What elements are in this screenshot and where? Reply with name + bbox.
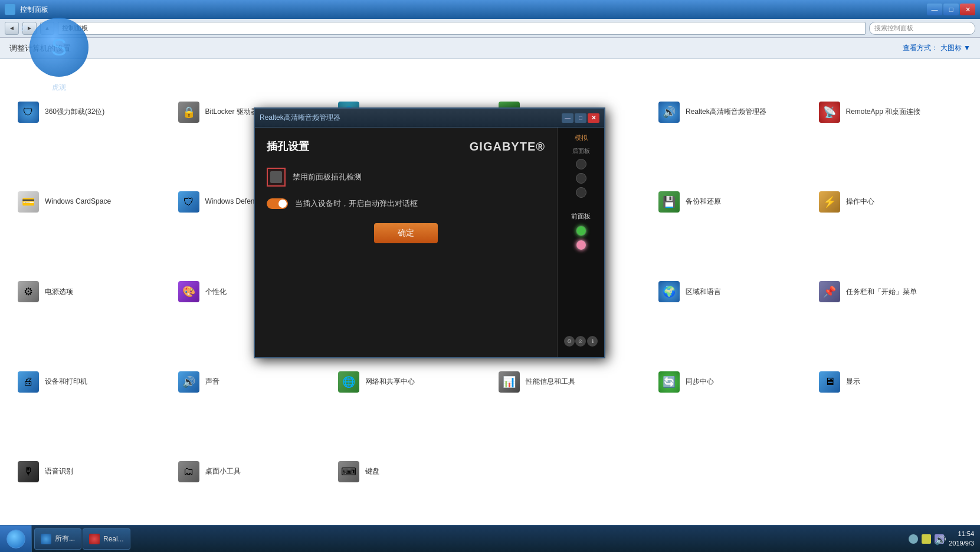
cp-item-label-item-poweroptions: 电源选项 <box>45 288 73 297</box>
realtek-right-panel: 模拟 后面板 前面板 ⚙ ⊘ ℹ <box>557 128 604 357</box>
cp-window-title: 控制面板 <box>20 5 922 15</box>
cp-item-label-item-wcardspace: Windows CardSpace <box>45 197 111 207</box>
cp-view-mode[interactable]: 查看方式： 大图标 ▼ <box>903 43 971 53</box>
cp-item-icon-item-defender: 🛡 <box>178 191 199 213</box>
logo-text-bottom: 虎观 <box>24 83 94 93</box>
cp-item-label-item-taskbar: 任务栏和「开始」菜单 <box>846 288 917 297</box>
cp-item-label-item-display: 显示 <box>846 377 860 387</box>
logo-text-top: 虎 <box>21 24 27 32</box>
realtek-toggle-label: 当插入设备时，开启自动弹出对话框 <box>295 198 418 209</box>
cp-item-item-devices[interactable]: 🖨 设备和打印机 <box>12 338 168 426</box>
tray-icons: 🔊 <box>909 534 944 544</box>
cp-item-item-desktop[interactable]: 🗂 桌面小工具 <box>172 428 328 515</box>
cp-item-item-backup[interactable]: 💾 备份和还原 <box>653 158 808 246</box>
cp-item-icon-item-desktop: 🗂 <box>178 461 199 482</box>
cp-item-label-item-360: 360强力卸载(32位) <box>45 107 104 117</box>
cp-item-icon-item-actioncenter: ⚡ <box>819 191 840 213</box>
cp-item-icon-item-sound: 🔊 <box>178 371 199 393</box>
realtek-title-controls: — □ ✕ <box>562 113 599 123</box>
cp-item-icon-item-poweroptions: ⚙ <box>18 281 39 302</box>
tray-icon-2[interactable] <box>922 534 931 544</box>
cp-item-label-item-network: 网络和共享中心 <box>365 377 415 387</box>
checkbox-icon <box>270 171 282 183</box>
realtek-minimize-button[interactable]: — <box>562 113 573 123</box>
realtek-checkbox-row: 禁用前面板插孔检测 <box>267 168 545 187</box>
realtek-title-text: Realtek高清晰音频管理器 <box>260 113 557 123</box>
tray-date: 2019/9/3 <box>949 539 974 548</box>
realtek-body: 插孔设置 GIGABYTE® 禁用前面板插孔检测 当插入设备时，开启自动弹出对话… <box>255 128 604 357</box>
right-dot-2 <box>576 173 586 184</box>
cp-item-label-item-devices: 设备和打印机 <box>45 377 87 387</box>
cp-item-label-item-actioncenter: 操作中心 <box>846 197 874 207</box>
cp-header: 调整计算机的设置 查看方式： 大图标 ▼ <box>0 38 980 59</box>
cp-item-icon-item-personalize: 🎨 <box>178 281 199 302</box>
realtek-main-panel: 插孔设置 GIGABYTE® 禁用前面板插孔检测 当插入设备时，开启自动弹出对话… <box>255 128 557 357</box>
right-analog-label: 模拟 <box>561 133 601 142</box>
cp-item-icon-item-backup: 💾 <box>658 191 680 213</box>
realtek-close-button[interactable]: ✕ <box>588 113 599 123</box>
cp-item-item-display[interactable]: 🖥 显示 <box>813 338 969 426</box>
right-front-dots <box>561 226 601 250</box>
realtek-section-title: 插孔设置 <box>267 139 309 153</box>
right-no-icon[interactable]: ⊘ <box>575 336 586 347</box>
cp-item-item-taskbar[interactable]: 📌 任务栏和「开始」菜单 <box>813 248 969 335</box>
cp-item-icon-item-taskbar: 📌 <box>819 281 840 302</box>
right-back-dots <box>561 159 601 198</box>
realtek-confirm-button[interactable]: 确定 <box>374 223 438 243</box>
right-gear-icon[interactable]: ⚙ <box>564 336 575 347</box>
cp-item-icon-item-network: 🌐 <box>338 371 359 393</box>
cp-address-field[interactable]: 控制面板 <box>58 22 866 35</box>
cp-item-icon-item-bitlocker: 🔒 <box>178 102 199 123</box>
cp-close-button[interactable]: ✕ <box>960 4 975 15</box>
cp-item-icon-item-realtek-remote: 📡 <box>819 102 840 123</box>
cp-maximize-button[interactable]: □ <box>943 4 959 15</box>
cp-item-label-item-realtek: Realtek高清晰音频管理器 <box>686 107 766 117</box>
desktop-logo: S 虎 虎观 <box>12 12 106 106</box>
cp-item-icon-item-voice: 🎙 <box>18 461 39 482</box>
gigabyte-logo: GIGABYTE® <box>470 140 545 153</box>
start-button[interactable] <box>0 525 32 553</box>
realtek-toggle-row: 当插入设备时，开启自动弹出对话框 <box>267 198 545 209</box>
cp-item-icon-item-region: 🌍 <box>658 281 680 302</box>
cp-item-item-wcardspace[interactable]: 💳 Windows CardSpace <box>12 158 168 246</box>
logo-circle: S <box>30 18 89 77</box>
cp-search-field[interactable]: 搜索控制面板 <box>869 22 975 35</box>
cp-item-icon-item-display: 🖥 <box>819 371 840 393</box>
cp-item-label-item-personalize: 个性化 <box>205 288 227 297</box>
cp-item-label-item-region: 区域和语言 <box>686 288 721 297</box>
cp-item-item-realtek[interactable]: 🔊 Realtek高清晰音频管理器 <box>653 68 808 156</box>
cp-item-label-item-perf: 性能信息和工具 <box>526 377 575 387</box>
right-info-icon[interactable]: ℹ <box>587 336 598 347</box>
cp-item-icon-item-keyboard: ⌨ <box>338 461 359 482</box>
cp-item-item-keyboard[interactable]: ⌨ 键盘 <box>332 428 488 515</box>
desktop: 控制面板 — □ ✕ ◄ ► ▲ 控制面板 搜索控制面板 调整计算机的设置 查看… <box>0 0 980 552</box>
realtek-maximize-button[interactable]: □ <box>575 113 586 123</box>
right-dot-3 <box>576 187 586 198</box>
cp-minimize-button[interactable]: — <box>927 4 942 15</box>
cp-item-label-item-voice: 语音识别 <box>45 467 73 476</box>
taskbar-item-all-label: 所有... <box>55 534 75 544</box>
tray-icon-volume[interactable]: 🔊 <box>935 534 944 544</box>
cp-item-item-voice[interactable]: 🎙 语音识别 <box>12 428 168 515</box>
cp-item-icon-item-realtek: 🔊 <box>658 102 680 123</box>
taskbar-item-realtek-icon <box>89 534 100 544</box>
cp-item-item-sync[interactable]: 🔄 同步中心 <box>653 338 808 426</box>
taskbar-item-all[interactable]: 所有... <box>34 528 81 550</box>
cp-addressbar: ◄ ► ▲ 控制面板 搜索控制面板 <box>0 19 980 38</box>
cp-item-label-item-keyboard: 键盘 <box>365 467 379 476</box>
cp-item-item-poweroptions[interactable]: ⚙ 电源选项 <box>12 248 168 335</box>
realtek-checkbox[interactable] <box>267 168 286 187</box>
realtek-toggle-switch[interactable] <box>267 198 288 209</box>
right-back-panel-label: 后面板 <box>561 147 601 155</box>
cp-window-controls: — □ ✕ <box>927 4 975 15</box>
cp-item-icon-item-wcardspace: 💳 <box>18 191 39 213</box>
cp-item-item-actioncenter[interactable]: ⚡ 操作中心 <box>813 158 969 246</box>
taskbar-item-realtek[interactable]: Real... <box>83 528 130 550</box>
cp-item-item-realtek-remote[interactable]: 📡 RemoteApp 和桌面连接 <box>813 68 969 156</box>
right-dot-1 <box>576 159 586 169</box>
right-bottom-icons: ⚙ ⊘ ℹ <box>561 331 601 351</box>
realtek-title-area: 插孔设置 GIGABYTE® <box>267 139 545 153</box>
cp-item-item-region[interactable]: 🌍 区域和语言 <box>653 248 808 335</box>
cp-item-icon-item-devices: 🖨 <box>18 371 39 393</box>
tray-icon-1[interactable] <box>909 534 918 544</box>
